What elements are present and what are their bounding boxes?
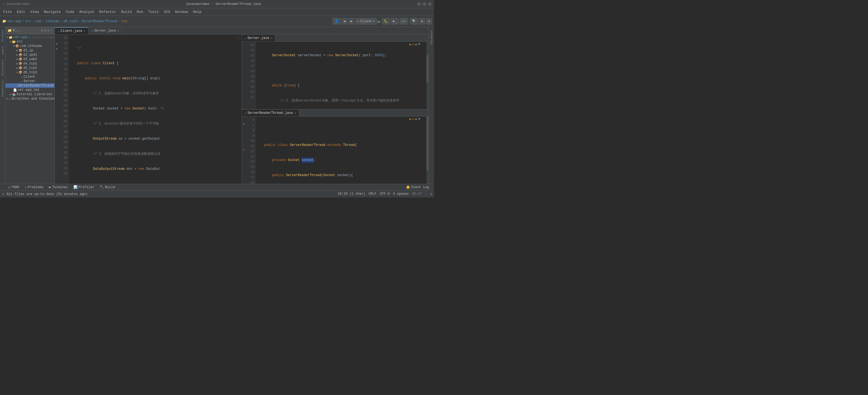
tab-server-java[interactable]: ☕ Server.java ✕ xyxy=(89,27,122,34)
breadcrumb-netapp[interactable]: net-app xyxy=(7,20,21,23)
menu-run[interactable]: Run xyxy=(134,9,145,15)
server-line-numbers: 13 14 15 16 17 18 19 20 21 22 23 xyxy=(246,42,256,109)
srt-code-area[interactable]: ▲ 2 ▲ ▼ ▶ ● xyxy=(242,117,429,184)
settings-button[interactable]: ⚙ xyxy=(419,18,425,24)
client-code-content[interactable]: */ public class Client { public static v… xyxy=(69,34,242,184)
coverage-button[interactable]: ▶̲ xyxy=(391,18,399,24)
menu-file[interactable]: File xyxy=(1,9,14,15)
more-button[interactable]: ≡ xyxy=(426,18,432,24)
settings-panel-icon[interactable]: ⚙ xyxy=(48,29,49,33)
server-tab-bar: ☕ Server.java ✕ xyxy=(242,34,429,42)
srt-gutter-17 xyxy=(242,165,246,170)
tree-item-src[interactable]: ▼ 📂 src xyxy=(5,39,55,44)
tree-item-d1-ip[interactable]: ▶ 📦 d1_ip xyxy=(5,48,55,53)
close-server-right-tab[interactable]: ✕ xyxy=(271,36,272,40)
client-java-editor: ▶ ▶ xyxy=(55,34,242,184)
tab-client-java[interactable]: ☕ Client.java ✕ xyxy=(55,27,89,34)
tree-item-net-app-iml[interactable]: 📄 net-app.iml xyxy=(5,88,55,92)
menu-navigate[interactable]: Navigate xyxy=(42,9,63,15)
favorites-tab[interactable]: Favorites xyxy=(0,78,5,99)
search-everywhere-button[interactable]: 🔍 xyxy=(410,18,418,24)
tree-item-server[interactable]: ☕ Server xyxy=(5,79,55,83)
tree-item-scratches-consoles[interactable]: ▶ ✏️ Scratches and Consoles xyxy=(5,96,55,101)
menu-refactor[interactable]: Refactor xyxy=(97,9,118,15)
srt-gutter-13[interactable]: ● xyxy=(242,148,246,152)
server-code-area[interactable]: ▲ 1 ▲ ▼ xyxy=(242,42,429,109)
menu-window[interactable]: Window xyxy=(173,9,190,15)
breadcrumb-itheima[interactable]: itheima xyxy=(45,20,59,23)
problems-tab[interactable]: ⚠ Problems xyxy=(22,184,46,190)
s-gutter-15 xyxy=(242,53,246,58)
tree-item-serverreaderthread[interactable]: ☕ ServerReaderThread xyxy=(5,83,55,88)
breadcrumb-src[interactable]: src xyxy=(26,20,32,23)
indent-info[interactable]: 4 spaces xyxy=(393,192,409,196)
server-gutter xyxy=(242,42,246,109)
menu-build[interactable]: Build xyxy=(119,9,134,15)
srt-gutter-16 xyxy=(242,161,246,165)
tab-srt-java[interactable]: ☕ ServerReaderThread.java ✕ xyxy=(242,110,299,116)
tree-item-d2-upd1[interactable]: ▶ 📦 d2_upd1 xyxy=(5,53,55,57)
line-ending[interactable]: CRLF xyxy=(369,192,376,196)
srt-nav-up[interactable]: ▲ xyxy=(415,117,417,121)
gutter-29 xyxy=(55,135,59,140)
back-button[interactable]: ◀ xyxy=(342,18,347,24)
server-nav-down[interactable]: ▼ xyxy=(418,42,420,46)
tree-item-d6-tcp3[interactable]: ▼ 📦 d6_tcp3 xyxy=(5,70,55,75)
tree-item-client[interactable]: ☕ Client xyxy=(5,75,55,79)
cursor-position[interactable]: 16:19 (1 char) xyxy=(338,192,365,196)
client-code-area[interactable]: ▶ ▶ xyxy=(55,34,242,184)
todo-tab[interactable]: ☑ TODO xyxy=(5,184,22,190)
server-code-content[interactable]: ServerSocket serverSocket = new ServerSo… xyxy=(256,42,427,109)
event-log-tab[interactable]: 🔔 Event Log xyxy=(403,184,432,190)
account-button[interactable]: 👤 xyxy=(333,18,341,24)
build-tab[interactable]: 🔨 Build xyxy=(97,184,118,190)
minimize-button[interactable]: ─ xyxy=(417,2,421,6)
run-button[interactable]: ▶ xyxy=(378,18,381,24)
database-tab[interactable]: Database xyxy=(429,28,434,47)
learn-tab[interactable]: Learn xyxy=(0,44,5,57)
collapse-all-icon[interactable]: ⊟ xyxy=(44,29,46,33)
server-nav-up[interactable]: ▲ xyxy=(415,42,417,46)
tree-item-com-itheima[interactable]: ▼ 📦 com.itheima xyxy=(5,44,55,48)
menu-edit[interactable]: Edit xyxy=(14,9,27,15)
tree-item-d3-udp2[interactable]: ▶ 📦 d3_udp2 xyxy=(5,57,55,61)
hide-panel-icon[interactable]: ─ xyxy=(51,29,52,33)
menu-code[interactable]: Code xyxy=(64,9,76,15)
tree-item-d4-tcp1[interactable]: ▶ 📦 d4_tcp1 xyxy=(5,61,55,66)
encoding[interactable]: UTF-8 xyxy=(380,192,390,196)
srt-code-content[interactable]: public class ServerReaderThread extends … xyxy=(256,117,427,184)
gutter-24 xyxy=(55,109,59,114)
menu-tools[interactable]: Tools xyxy=(146,9,161,15)
srt-scrollbar[interactable] xyxy=(426,117,429,184)
tree-item-netapp[interactable]: ▼ 📁 net-app D:\code\javasepromax\ne xyxy=(5,35,55,39)
close-client-tab[interactable]: ✕ xyxy=(84,29,86,33)
restore-button[interactable]: □ xyxy=(423,2,426,6)
structure-tab[interactable]: Structure xyxy=(0,57,5,78)
close-srt-tab[interactable]: ✕ xyxy=(294,111,296,115)
close-button[interactable]: ✕ xyxy=(428,2,432,6)
breadcrumb-run[interactable]: run xyxy=(121,20,127,23)
menu-help[interactable]: Help xyxy=(191,9,204,15)
profiler-tab[interactable]: 📊 Profiler xyxy=(71,184,97,190)
gutter-19 xyxy=(55,83,59,88)
srt-nav-down[interactable]: ▼ xyxy=(418,117,420,121)
menu-analyze[interactable]: Analyze xyxy=(77,9,96,15)
close-server-tab[interactable]: ✕ xyxy=(118,29,119,32)
menu-vcs[interactable]: VCS xyxy=(162,9,172,15)
terminal-tab[interactable]: ▶ Terminal xyxy=(46,184,71,190)
menu-view[interactable]: View xyxy=(28,9,41,15)
locate-file-icon[interactable]: ⊕ xyxy=(41,29,43,33)
server-scrollbar[interactable] xyxy=(426,42,429,109)
editors-container: ▶ ▶ xyxy=(55,34,429,184)
debug-button[interactable]: 🐛 xyxy=(382,18,390,24)
breadcrumb-serverreaderthread[interactable]: ServerReaderThread xyxy=(82,20,117,23)
tree-item-external-libraries[interactable]: ▶ 📚 External Libraries xyxy=(5,92,55,96)
run-config-dropdown[interactable]: ▶ Client ▾ xyxy=(355,18,377,24)
tree-item-d5-tcp2[interactable]: ▶ 📦 d5_tcp2 xyxy=(5,66,55,70)
tab-server-java-right[interactable]: ☕ Server.java ✕ xyxy=(242,35,276,41)
more-run-button[interactable]: ▷▾ xyxy=(400,18,407,24)
forward-button[interactable]: ▶ xyxy=(348,18,354,24)
breadcrumb-com[interactable]: com xyxy=(35,20,41,23)
project-tab[interactable]: Project xyxy=(0,27,5,44)
breadcrumb-d6tcp3[interactable]: d6_tcp3 xyxy=(64,20,77,23)
